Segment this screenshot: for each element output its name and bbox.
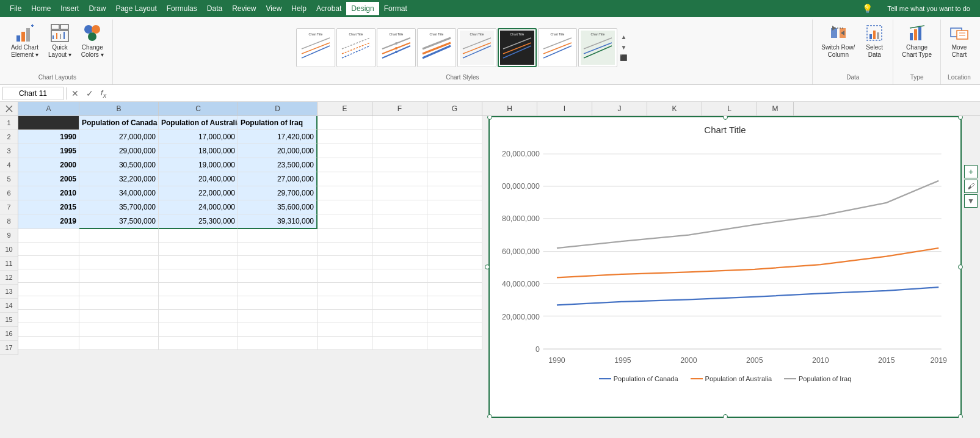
cell-f4[interactable] (372, 158, 427, 172)
cell-g8[interactable] (427, 214, 482, 229)
resize-handle-bottom[interactable] (723, 414, 728, 418)
select-data-button[interactable]: SelectData (861, 21, 888, 61)
col-header-l[interactable]: L (702, 102, 757, 115)
cell-a5[interactable]: 2005 (18, 172, 79, 186)
cell-d17[interactable] (238, 337, 318, 350)
cell-d3[interactable]: 20,000,000 (238, 144, 318, 158)
cell-c4[interactable]: 19,000,000 (159, 158, 238, 172)
chart-style-8[interactable]: Chart Title (578, 28, 617, 67)
cell-e8[interactable] (318, 214, 372, 229)
cell-d1[interactable]: Population of Iraq (238, 116, 318, 130)
col-header-i[interactable]: I (537, 102, 592, 115)
cell-c15[interactable] (159, 310, 238, 323)
function-button[interactable]: fx (98, 87, 109, 100)
chart-style-6[interactable]: Chart Title (498, 28, 537, 67)
cell-d6[interactable]: 29,700,000 (238, 186, 318, 200)
row-num-1[interactable]: 1 (0, 116, 18, 130)
formula-input[interactable] (111, 87, 978, 100)
cell-b15[interactable] (79, 310, 159, 323)
menu-view[interactable]: View (261, 2, 287, 15)
cell-a6[interactable]: 2010 (18, 186, 79, 200)
cell-e9[interactable] (318, 229, 372, 243)
menu-file[interactable]: File (5, 2, 26, 15)
cell-a4[interactable]: 2000 (18, 158, 79, 172)
menu-home[interactable]: Home (26, 2, 56, 15)
cell-g15[interactable] (427, 310, 482, 323)
cell-b11[interactable] (79, 256, 159, 269)
cell-e5[interactable] (318, 172, 372, 186)
cell-e2[interactable] (318, 130, 372, 144)
cell-c3[interactable]: 18,000,000 (159, 144, 238, 158)
cell-d10[interactable] (238, 243, 318, 256)
move-chart-button[interactable]: MoveChart (946, 21, 973, 61)
chart-title[interactable]: Chart Title (490, 117, 960, 137)
cell-c12[interactable] (159, 269, 238, 283)
menu-draw[interactable]: Draw (84, 2, 111, 15)
cell-f15[interactable] (372, 310, 427, 323)
cell-e14[interactable] (318, 296, 372, 310)
cell-a8[interactable]: 2019 (18, 214, 79, 229)
cell-d8[interactable]: 39,310,000 (238, 214, 318, 229)
cell-a9[interactable] (18, 229, 79, 243)
row-num-15[interactable]: 15 (0, 313, 18, 327)
cell-f2[interactable] (372, 130, 427, 144)
scroll-more-button[interactable]: ⬛ (619, 53, 628, 62)
row-num-3[interactable]: 3 (0, 144, 18, 158)
cell-f5[interactable] (372, 172, 427, 186)
resize-handle-tr[interactable] (958, 116, 963, 120)
cell-c16[interactable] (159, 323, 238, 337)
add-chart-element-button[interactable]: Add ChartElement ▾ (7, 21, 42, 61)
chart-style-2[interactable]: Chart Title (336, 28, 376, 67)
cell-c8[interactable]: 25,300,000 (159, 214, 238, 229)
cell-c6[interactable]: 22,000,000 (159, 186, 238, 200)
cell-g1[interactable] (427, 116, 482, 130)
chart-style-5[interactable]: Chart Title (457, 28, 496, 67)
cell-a1[interactable] (18, 116, 79, 130)
cell-e10[interactable] (318, 243, 372, 256)
cell-e1[interactable] (318, 116, 372, 130)
change-colors-button[interactable]: ChangeColors ▾ (78, 21, 107, 61)
cell-e7[interactable] (318, 200, 372, 214)
cell-e11[interactable] (318, 256, 372, 269)
cell-g5[interactable] (427, 172, 482, 186)
menu-design[interactable]: Design (346, 2, 379, 15)
cell-c2[interactable]: 17,000,000 (159, 130, 238, 144)
tell-me-label[interactable]: Tell me what you want to do (882, 2, 975, 15)
menu-help[interactable]: Help (286, 2, 311, 15)
cell-a16[interactable] (18, 323, 79, 337)
scroll-down-button[interactable]: ▼ (619, 43, 628, 52)
row-num-6[interactable]: 6 (0, 186, 18, 200)
cell-f3[interactable] (372, 144, 427, 158)
switch-row-column-button[interactable]: Switch Row/Column (818, 21, 858, 61)
cell-d16[interactable] (238, 323, 318, 337)
cell-g14[interactable] (427, 296, 482, 310)
cell-a10[interactable] (18, 243, 79, 256)
row-num-14[interactable]: 14 (0, 299, 18, 313)
cell-e12[interactable] (318, 269, 372, 283)
cell-g4[interactable] (427, 158, 482, 172)
cell-d12[interactable] (238, 269, 318, 283)
menu-acrobat[interactable]: Acrobat (311, 2, 346, 15)
cell-b4[interactable]: 30,500,000 (79, 158, 159, 172)
cell-b16[interactable] (79, 323, 159, 337)
cell-f9[interactable] (372, 229, 427, 243)
cell-c14[interactable] (159, 296, 238, 310)
paintbrush-sidebar-button[interactable]: 🖌 (964, 180, 978, 193)
cell-e13[interactable] (318, 283, 372, 296)
cancel-button[interactable]: ✕ (69, 87, 81, 100)
cell-d13[interactable] (238, 283, 318, 296)
cell-d15[interactable] (238, 310, 318, 323)
row-num-17[interactable]: 17 (0, 341, 18, 355)
cell-f11[interactable] (372, 256, 427, 269)
cell-g17[interactable] (427, 337, 482, 350)
cell-b7[interactable]: 35,700,000 (79, 200, 159, 214)
cell-b8[interactable]: 37,500,000 (79, 214, 159, 229)
row-num-10[interactable]: 10 (0, 243, 18, 257)
menu-formulas[interactable]: Formulas (162, 2, 202, 15)
col-header-m[interactable]: M (757, 102, 794, 115)
cell-g12[interactable] (427, 269, 482, 283)
row-num-8[interactable]: 8 (0, 214, 18, 228)
menu-data[interactable]: Data (202, 2, 227, 15)
cell-e15[interactable] (318, 310, 372, 323)
cell-f10[interactable] (372, 243, 427, 256)
